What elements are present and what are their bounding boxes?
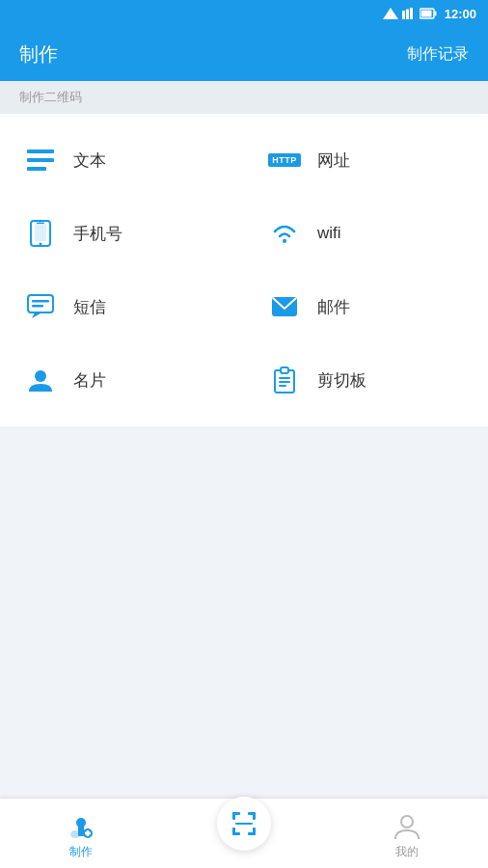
sms-label: 短信: [73, 296, 106, 318]
grid-item-wifi[interactable]: wifi: [244, 197, 488, 270]
status-icons: 12:00: [383, 7, 476, 21]
svg-rect-17: [32, 305, 43, 308]
mine-nav-icon: [394, 813, 420, 840]
svg-rect-13: [37, 223, 44, 225]
svg-rect-5: [434, 12, 436, 16]
clipboard-icon: [267, 363, 302, 397]
create-nav-icon: [68, 813, 95, 840]
svg-rect-30: [85, 831, 91, 834]
history-button[interactable]: 制作记录: [407, 44, 469, 65]
svg-rect-39: [235, 823, 253, 825]
svg-rect-36: [232, 827, 235, 835]
svg-rect-27: [78, 825, 84, 836]
grid-item-clipboard[interactable]: 剪切板: [244, 343, 488, 417]
svg-rect-9: [27, 167, 46, 171]
svg-rect-2: [406, 10, 409, 20]
svg-rect-7: [27, 149, 54, 153]
svg-rect-34: [253, 812, 256, 820]
sms-icon: [23, 289, 58, 324]
mine-nav-label: 我的: [395, 844, 419, 860]
svg-rect-8: [27, 158, 54, 162]
grid-item-url[interactable]: HTTP 网址: [244, 123, 488, 197]
url-label: 网址: [317, 149, 350, 172]
svg-marker-0: [383, 8, 398, 19]
vcard-label: 名片: [73, 369, 106, 392]
vcard-icon: [23, 363, 58, 397]
svg-point-12: [40, 243, 42, 246]
time-display: 12:00: [445, 7, 476, 21]
svg-rect-21: [281, 367, 288, 373]
scan-button[interactable]: [217, 797, 271, 851]
status-bar: 12:00: [0, 0, 488, 27]
qr-type-grid: 文本 HTTP 网址 手机号: [0, 114, 488, 426]
section-label: 制作二维码: [0, 81, 488, 114]
svg-rect-16: [32, 300, 49, 303]
svg-rect-38: [253, 827, 256, 835]
phone-icon: [23, 216, 58, 251]
signal-icon: [383, 8, 398, 19]
svg-rect-24: [279, 385, 286, 387]
grid-item-phone[interactable]: 手机号: [0, 197, 244, 270]
http-icon: HTTP: [267, 143, 302, 177]
email-icon: [267, 289, 302, 324]
svg-rect-22: [279, 377, 290, 379]
wifi-label: wifi: [317, 224, 341, 243]
clipboard-label: 剪切板: [317, 369, 366, 392]
svg-rect-1: [402, 11, 405, 19]
wifi-icon: [267, 216, 302, 251]
svg-rect-32: [232, 812, 235, 820]
nav-item-mine[interactable]: 我的: [325, 807, 488, 860]
phone-label: 手机号: [73, 223, 122, 245]
svg-rect-3: [410, 8, 413, 19]
create-nav-label: 制作: [69, 844, 93, 860]
battery-icon: [420, 8, 437, 19]
app-bar: 制作 制作记录: [0, 27, 488, 81]
bottom-nav: 制作 我的: [0, 799, 488, 868]
svg-point-19: [35, 370, 46, 382]
nav-item-scan[interactable]: [163, 816, 326, 851]
grid-item-sms[interactable]: 短信: [0, 270, 244, 343]
svg-rect-6: [420, 11, 431, 17]
app-title: 制作: [19, 41, 58, 68]
signal2-icon: [402, 8, 416, 19]
svg-rect-15: [28, 295, 53, 312]
text-label: 文本: [73, 149, 106, 172]
svg-rect-11: [35, 224, 46, 241]
grid-item-text[interactable]: 文本: [0, 123, 244, 197]
svg-point-14: [283, 239, 286, 243]
svg-rect-23: [279, 381, 290, 383]
nav-item-create[interactable]: 制作: [0, 807, 163, 860]
email-label: 邮件: [317, 296, 350, 318]
grid-item-email[interactable]: 邮件: [244, 270, 488, 343]
svg-point-40: [401, 816, 413, 827]
grid-item-vcard[interactable]: 名片: [0, 343, 244, 417]
scan-icon: [230, 809, 258, 838]
text-icon: [23, 143, 58, 177]
grid: 文本 HTTP 网址 手机号: [0, 123, 488, 417]
